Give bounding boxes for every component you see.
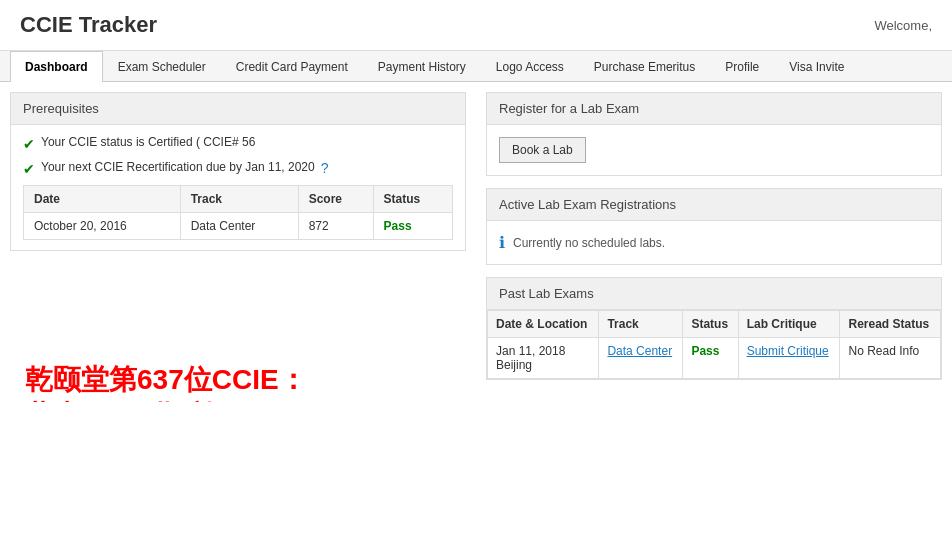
past-col-reread-status: Reread Status [840,311,941,338]
past-col-date-location: Date & Location [488,311,599,338]
active-labs-body: ℹ Currently no scheduled labs. [487,221,941,264]
col-score: Score [298,186,373,213]
no-labs-message: Currently no scheduled labs. [513,236,665,250]
tab-purchase-emeritus[interactable]: Purchase Emeritus [579,51,710,82]
submit-critique-link[interactable]: Submit Critique [747,344,829,358]
tab-exam-scheduler[interactable]: Exam Scheduler [103,51,221,82]
cert-status: Pass [373,213,452,240]
past-lab-reread: No Read Info [840,338,941,379]
prereq-item-1: ✔ Your CCIE status is Certified ( CCIE# … [23,135,453,152]
past-col-track: Track [599,311,683,338]
past-col-status: Status [683,311,738,338]
help-icon[interactable]: ? [321,160,329,176]
header: CCIE Tracker Welcome, [0,0,952,51]
tab-logo-access[interactable]: Logo Access [481,51,579,82]
past-labs-heading: Past Lab Exams [487,278,941,310]
main-content: Prerequisites ✔ Your CCIE status is Cert… [0,82,952,402]
tab-credit-card[interactable]: Credit Card Payment [221,51,363,82]
nav-tabs: Dashboard Exam Scheduler Credit Card Pay… [0,51,952,82]
register-body: Book a Lab [487,125,941,175]
col-track: Track [180,186,298,213]
past-labs-table: Date & Location Track Status Lab Critiqu… [487,310,941,379]
check-icon-1: ✔ [23,136,35,152]
past-lab-date-location: Jan 11, 2018 Beijing [488,338,599,379]
cert-table: Date Track Score Status October 20, 2016… [23,185,453,240]
cert-date: October 20, 2016 [24,213,181,240]
cert-row: October 20, 2016 Data Center 872 Pass [24,213,453,240]
promo-text: 乾颐堂第637位CCIE： 恭喜王MM顺利PASS DC! [25,362,343,402]
app-title: CCIE Tracker [20,12,157,38]
past-labs-section: Past Lab Exams Date & Location Track Sta… [486,277,942,380]
welcome-text: Welcome, [874,18,932,33]
tab-visa-invite[interactable]: Visa Invite [774,51,859,82]
prereq-text-2: Your next CCIE Recertification due by Ja… [41,160,315,174]
prerequisites-section: Prerequisites ✔ Your CCIE status is Cert… [10,92,466,251]
col-date: Date [24,186,181,213]
prerequisites-heading: Prerequisites [11,93,465,125]
promo-line2: 恭喜王MM顺利PASS DC! [25,398,343,402]
past-lab-status-badge: Pass [691,344,719,358]
info-icon: ℹ [499,233,505,252]
promo-line1: 乾颐堂第637位CCIE： [25,362,343,398]
past-col-lab-critique: Lab Critique [738,311,840,338]
tab-payment-history[interactable]: Payment History [363,51,481,82]
past-lab-status: Pass [683,338,738,379]
register-heading: Register for a Lab Exam [487,93,941,125]
register-section: Register for a Lab Exam Book a Lab [486,92,942,176]
prerequisites-body: ✔ Your CCIE status is Certified ( CCIE# … [11,125,465,250]
active-labs-section: Active Lab Exam Registrations ℹ Currentl… [486,188,942,265]
left-panel: Prerequisites ✔ Your CCIE status is Cert… [10,92,476,392]
cert-track: Data Center [180,213,298,240]
tab-dashboard[interactable]: Dashboard [10,51,103,82]
check-icon-2: ✔ [23,161,35,177]
past-lab-track: Data Center [599,338,683,379]
past-lab-track-link[interactable]: Data Center [607,344,672,358]
col-status: Status [373,186,452,213]
active-labs-heading: Active Lab Exam Registrations [487,189,941,221]
past-lab-location: Beijing [496,358,590,372]
cert-score: 872 [298,213,373,240]
right-panel: Register for a Lab Exam Book a Lab Activ… [476,92,942,392]
book-lab-button[interactable]: Book a Lab [499,137,586,163]
past-lab-critique: Submit Critique [738,338,840,379]
prereq-text-1: Your CCIE status is Certified ( CCIE# 56 [41,135,255,149]
tab-profile[interactable]: Profile [710,51,774,82]
past-lab-date: Jan 11, 2018 [496,344,590,358]
prereq-item-2: ✔ Your next CCIE Recertification due by … [23,160,453,177]
past-lab-row: Jan 11, 2018 Beijing Data Center Pass Su… [488,338,941,379]
